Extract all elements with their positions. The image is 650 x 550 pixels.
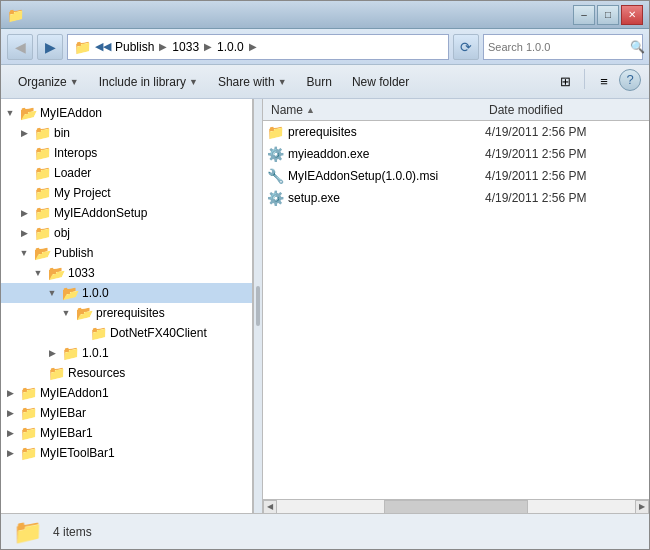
tree-folder-icon-1033: 📂 xyxy=(48,265,65,281)
tree-toggle-resources[interactable] xyxy=(31,366,45,380)
file-date-myieaddon-exe: 4/19/2011 2:56 PM xyxy=(485,147,645,161)
view-icons: ⊞ ≡ ? xyxy=(552,69,641,95)
close-button[interactable]: ✕ xyxy=(621,5,643,25)
tree-label-obj: obj xyxy=(54,226,70,240)
back-button[interactable]: ◀ xyxy=(7,34,33,60)
help-button[interactable]: ? xyxy=(619,69,641,91)
file-row-myieaddon-msi[interactable]: 🔧MyIEAddonSetup(1.0.0).msi4/19/2011 2:56… xyxy=(263,165,649,187)
newfolder-label: New folder xyxy=(352,75,409,89)
tree-label-myaddon1: MyIEAddon1 xyxy=(40,386,109,400)
tree-folder-icon-loader: 📁 xyxy=(34,165,51,181)
tree-item-loader[interactable]: 📁Loader xyxy=(1,163,252,183)
h-scroll-thumb[interactable] xyxy=(384,500,527,514)
minimize-button[interactable]: – xyxy=(573,5,595,25)
toolbar: Organize ▼ Include in library ▼ Share wi… xyxy=(1,65,649,99)
tree-folder-icon-resources: 📁 xyxy=(48,365,65,381)
tree-toggle-myaddon1[interactable]: ▶ xyxy=(3,386,17,400)
search-input[interactable] xyxy=(488,41,626,53)
tree-toggle-myiebar1[interactable]: ▶ xyxy=(3,426,17,440)
include-library-button[interactable]: Include in library ▼ xyxy=(90,69,207,95)
tree-label-myiebar1: MyIEBar1 xyxy=(40,426,93,440)
tree-item-prerequisites[interactable]: ▼📂prerequisites xyxy=(1,303,252,323)
tree-item-myietoolbar1[interactable]: ▶📁MyIEToolBar1 xyxy=(1,443,252,463)
file-date-myieaddon-msi: 4/19/2011 2:56 PM xyxy=(485,169,645,183)
tree-item-myaddonsetup[interactable]: ▶📁MyIEAddonSetup xyxy=(1,203,252,223)
tree-folder-icon-myiebar: 📁 xyxy=(20,405,37,421)
organize-button[interactable]: Organize ▼ xyxy=(9,69,88,95)
tree-item-publish[interactable]: ▼📂Publish xyxy=(1,243,252,263)
tree-folder-icon-myaddonsetup: 📁 xyxy=(34,205,51,221)
status-folder-icon: 📁 xyxy=(13,518,43,546)
new-folder-button[interactable]: New folder xyxy=(343,69,418,95)
tree-item-interops[interactable]: 📁Interops xyxy=(1,143,252,163)
tree-toggle-bin[interactable]: ▶ xyxy=(17,126,31,140)
tree-label-prerequisites: prerequisites xyxy=(96,306,165,320)
h-scroll-left[interactable]: ◀ xyxy=(263,500,277,514)
tree-item-myiebar[interactable]: ▶📁MyIEBar xyxy=(1,403,252,423)
path-arrow-1: ▶ xyxy=(159,41,167,52)
tree-toggle-publish[interactable]: ▼ xyxy=(17,246,31,260)
tree-toggle-myietoolbar1[interactable]: ▶ xyxy=(3,446,17,460)
view-separator xyxy=(584,69,585,89)
tree-item-myproject[interactable]: 📁My Project xyxy=(1,183,252,203)
panel-divider[interactable] xyxy=(253,99,263,513)
col-date-header[interactable]: Date modified xyxy=(485,103,645,117)
path-segment-100: 1.0.0 xyxy=(217,40,244,54)
tree-folder-icon-bin: 📁 xyxy=(34,125,51,141)
view-grid-button[interactable]: ⊞ xyxy=(552,69,578,95)
tree-toggle-loader[interactable] xyxy=(17,166,31,180)
view-list-button[interactable]: ≡ xyxy=(591,69,617,95)
tree-item-myaddon1[interactable]: ▶📁MyIEAddon1 xyxy=(1,383,252,403)
burn-button[interactable]: Burn xyxy=(298,69,341,95)
tree-toggle-1.0.1[interactable]: ▶ xyxy=(45,346,59,360)
tree-toggle-dotnetfx[interactable] xyxy=(73,326,87,340)
content-area: ▼📂MyIEAddon▶📁bin📁Interops📁Loader📁My Proj… xyxy=(1,99,649,513)
file-row-myieaddon-exe[interactable]: ⚙️myieaddon.exe4/19/2011 2:56 PM xyxy=(263,143,649,165)
title-bar: 📁 – □ ✕ xyxy=(1,1,649,29)
tree-toggle-interops[interactable] xyxy=(17,146,31,160)
h-scroll-track[interactable] xyxy=(277,500,635,514)
tree-item-resources[interactable]: 📁Resources xyxy=(1,363,252,383)
file-name-myieaddon-msi: MyIEAddonSetup(1.0.0).msi xyxy=(288,169,485,183)
tree-toggle-obj[interactable]: ▶ xyxy=(17,226,31,240)
path-arrow-3: ▶ xyxy=(249,41,257,52)
share-button[interactable]: Share with ▼ xyxy=(209,69,296,95)
tree-item-obj[interactable]: ▶📁obj xyxy=(1,223,252,243)
tree-item-myaddon[interactable]: ▼📂MyIEAddon xyxy=(1,103,252,123)
tree-toggle-1.0.0[interactable]: ▼ xyxy=(45,286,59,300)
path-arrow-2: ▶ xyxy=(204,41,212,52)
h-scroll-right[interactable]: ▶ xyxy=(635,500,649,514)
refresh-button[interactable]: ⟳ xyxy=(453,34,479,60)
tree-toggle-prerequisites[interactable]: ▼ xyxy=(59,306,73,320)
tree-toggle-myiebar[interactable]: ▶ xyxy=(3,406,17,420)
tree-label-loader: Loader xyxy=(54,166,91,180)
tree-item-myiebar1[interactable]: ▶📁MyIEBar1 xyxy=(1,423,252,443)
tree-item-bin[interactable]: ▶📁bin xyxy=(1,123,252,143)
file-icon-myieaddon-msi: 🔧 xyxy=(267,168,284,184)
tree-toggle-myaddon[interactable]: ▼ xyxy=(3,106,17,120)
tree-folder-icon-myiebar1: 📁 xyxy=(20,425,37,441)
tree-folder-icon-prerequisites: 📂 xyxy=(76,305,93,321)
tree-label-myaddonsetup: MyIEAddonSetup xyxy=(54,206,147,220)
col-name-header[interactable]: Name ▲ xyxy=(267,103,485,117)
title-bar-buttons: – □ ✕ xyxy=(573,5,643,25)
file-icon-myieaddon-exe: ⚙️ xyxy=(267,146,284,162)
file-row-prereq-dir[interactable]: 📁prerequisites4/19/2011 2:56 PM xyxy=(263,121,649,143)
tree-label-1.0.1: 1.0.1 xyxy=(82,346,109,360)
tree-label-1033: 1033 xyxy=(68,266,95,280)
file-row-setup-exe[interactable]: ⚙️setup.exe4/19/2011 2:56 PM xyxy=(263,187,649,209)
tree-item-1.0.1[interactable]: ▶📁1.0.1 xyxy=(1,343,252,363)
forward-button[interactable]: ▶ xyxy=(37,34,63,60)
tree-toggle-myproject[interactable] xyxy=(17,186,31,200)
tree-item-dotnetfx[interactable]: 📁DotNetFX40Client xyxy=(1,323,252,343)
path-bar[interactable]: 📁 ◀◀ Publish ▶ 1033 ▶ 1.0.0 ▶ xyxy=(67,34,449,60)
maximize-button[interactable]: □ xyxy=(597,5,619,25)
tree-item-1033[interactable]: ▼📂1033 xyxy=(1,263,252,283)
tree-toggle-1033[interactable]: ▼ xyxy=(31,266,45,280)
file-date-setup-exe: 4/19/2011 2:56 PM xyxy=(485,191,645,205)
tree-toggle-myaddonsetup[interactable]: ▶ xyxy=(17,206,31,220)
window-folder-icon: 📁 xyxy=(7,7,24,23)
tree-item-1.0.0[interactable]: ▼📂1.0.0 xyxy=(1,283,252,303)
search-icon[interactable]: 🔍 xyxy=(630,40,645,54)
h-scrollbar[interactable]: ◀ ▶ xyxy=(263,499,649,513)
